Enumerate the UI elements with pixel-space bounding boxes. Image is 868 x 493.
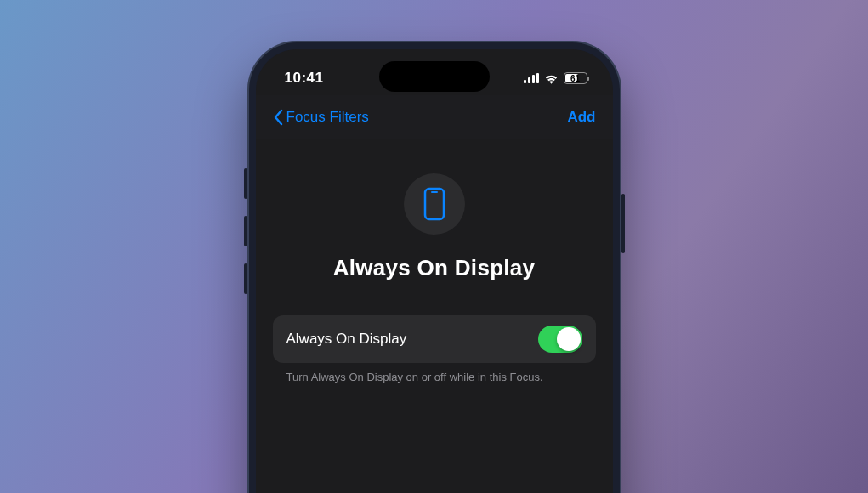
navigation-bar: Focus Filters Add [256, 95, 613, 139]
phone-frame: 10:41 61 [247, 41, 621, 493]
phone-icon [423, 187, 446, 221]
hero-icon-container [404, 173, 465, 235]
back-button[interactable]: Focus Filters [273, 109, 369, 126]
status-indicators: 61 [524, 72, 587, 84]
battery-icon: 61 [564, 72, 587, 84]
add-button[interactable]: Add [567, 109, 595, 126]
wifi-icon [544, 73, 559, 84]
chevron-left-icon [273, 109, 283, 126]
dynamic-island [379, 61, 490, 92]
svg-rect-0 [425, 189, 444, 219]
setting-label: Always On Display [286, 331, 407, 348]
setting-hint: Turn Always On Display on or off while i… [273, 363, 596, 385]
content-area: Always On Display Always On Display Turn… [256, 139, 613, 385]
toggle-knob [557, 327, 581, 351]
always-on-display-row: Always On Display [273, 315, 596, 363]
back-label: Focus Filters [286, 109, 369, 126]
always-on-display-toggle[interactable] [538, 326, 582, 353]
status-time: 10:41 [285, 70, 324, 87]
battery-percent: 61 [570, 74, 580, 83]
cellular-signal-icon [524, 73, 539, 83]
page-title: Always On Display [273, 255, 596, 281]
hero-section: Always On Display [273, 173, 596, 281]
phone-screen: 10:41 61 [256, 49, 613, 493]
